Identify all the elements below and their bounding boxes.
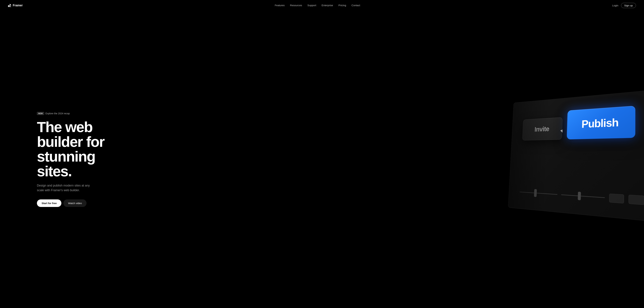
ui-invite-button: Invite [522,117,562,140]
navbar: Framer Features Resources Support Enterp… [0,0,644,11]
hero-subtitle: Design and publish modern sites at any s… [37,183,97,193]
ui-rect-control-2 [628,195,644,205]
watch-video-button[interactable]: Watch video [64,199,86,207]
login-link[interactable]: Login [612,4,618,7]
hero-content: NEW Explore the 2024 recap The web build… [0,112,151,207]
ui-slider-1 [520,192,557,195]
nav-support[interactable]: Support [308,4,316,7]
interface-panel: Invite Publish [508,90,644,222]
ui-slider-2 [561,194,605,198]
badge-description: Explore the 2024 recap [46,112,70,115]
hero-actions: Start for free Watch video [37,199,118,207]
ui-publish-button: Publish [567,106,635,139]
nav-contact[interactable]: Contact [352,4,360,7]
ui-slider-thumb-1 [534,189,537,197]
nav-links: Features Resources Support Enterprise Pr… [275,4,360,7]
nav-actions: Login Sign up [612,3,636,8]
hero-badge: NEW Explore the 2024 recap [37,112,70,115]
ui-rect-control-1 [609,194,624,203]
hero-title: The web builder for stunning sites. [37,120,118,179]
framer-logo-icon [8,4,12,7]
nav-enterprise[interactable]: Enterprise [322,4,333,7]
nav-resources[interactable]: Resources [290,4,302,7]
hero-section: Invite Publish NEW Explore [0,0,644,308]
nav-features[interactable]: Features [275,4,284,7]
signup-link[interactable]: Sign up [621,3,636,8]
cursor-icon [560,130,564,133]
logo-link[interactable]: Framer [8,4,23,7]
ui-slider-thumb-2 [578,192,581,200]
logo-text: Framer [13,4,23,7]
ui-buttons-row: Invite Publish [522,105,644,140]
start-free-button[interactable]: Start for free [37,199,62,207]
ui-controls-row [520,188,644,205]
badge-new-label: NEW [37,112,44,115]
hero-visual: Invite Publish [508,90,644,222]
nav-pricing[interactable]: Pricing [338,4,346,7]
